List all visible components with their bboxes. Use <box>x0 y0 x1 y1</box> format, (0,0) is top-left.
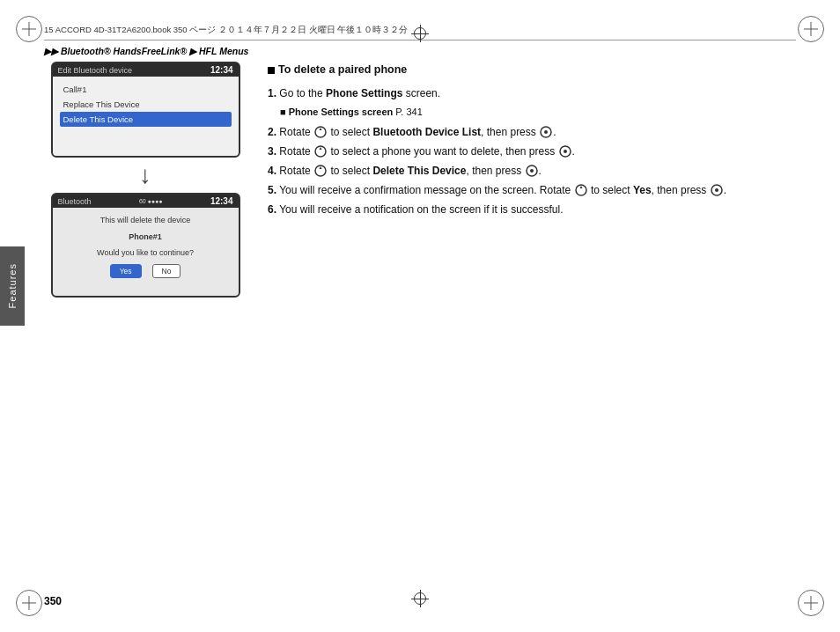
main-content: Edit Bluetooth device 12:34 Call#1 Repla… <box>44 62 796 588</box>
step-3: 3. Rotate to select a phone you want to … <box>268 143 796 159</box>
reg-mark-tr <box>798 16 824 42</box>
step-6-num: 6. <box>268 203 276 216</box>
knob-icon-5a <box>575 184 587 196</box>
top-cross-icon <box>411 25 429 42</box>
step-5-bold: Yes <box>633 184 652 196</box>
screen1-topbar: Edit Bluetooth device 12:34 <box>53 63 239 77</box>
reg-mark-tl <box>16 16 42 42</box>
knob-icon-5b <box>711 184 723 196</box>
menu-item-1: Call#1 <box>60 82 232 97</box>
dialog-line3: Would you like to continue? <box>60 247 232 259</box>
knob-icon-3b <box>559 145 571 158</box>
menu-item-2: Replace This Device <box>60 97 232 112</box>
step-2: 2. Rotate to select Bluetooth Device Lis… <box>268 124 796 140</box>
screen1-title: Edit Bluetooth device <box>58 66 133 75</box>
top-cross-circle <box>414 27 426 40</box>
step-1-num: 1. <box>268 87 276 99</box>
breadcrumb-sep: ▶ <box>189 46 196 56</box>
step-5: 5. You will receive a confirmation messa… <box>268 182 796 198</box>
dialog-buttons: Yes No <box>60 264 232 278</box>
dialog-no-button: No <box>152 264 181 278</box>
svg-point-5 <box>564 150 567 153</box>
breadcrumb-item2: HFL Menus <box>199 46 248 56</box>
screen2-signal: 60 ●●●● <box>139 198 163 204</box>
step-3-num: 3. <box>268 145 276 158</box>
screen1-time: 12:34 <box>210 65 233 75</box>
cross-center-icon <box>411 590 429 607</box>
knob-icon-2a <box>314 126 327 138</box>
step-1-sub: ■ Phone Settings screen P. 341 <box>280 105 796 120</box>
screen2-body: This will delete the device Phone#1 Woul… <box>53 208 239 296</box>
step-2-bold: Bluetooth Device List <box>372 126 481 138</box>
knob-icon-4b <box>526 165 538 177</box>
sub-label: Phone Settings screen <box>289 107 394 117</box>
top-cross-mark <box>411 25 429 42</box>
step-6: 6. You will receive a notification on th… <box>268 202 796 217</box>
dialog-line2: Phone#1 <box>60 231 232 243</box>
step-5-num: 5. <box>268 184 276 196</box>
step-2-num: 2. <box>268 126 276 138</box>
step-1-bold: Phone Settings <box>326 87 402 99</box>
knob-icon-4a <box>314 165 327 177</box>
step-4-num: 4. <box>268 165 276 177</box>
screen2-title: Bluetooth <box>58 197 92 206</box>
reg-mark-br <box>798 590 824 616</box>
menu-item-3: Delete This Device <box>60 112 232 127</box>
arrow-down-icon: ↓ <box>139 158 151 193</box>
screen1-body: Call#1 Replace This Device Delete This D… <box>53 77 239 156</box>
dialog-yes-button: Yes <box>110 264 142 278</box>
screen2: Bluetooth 60 ●●●● 12:34 This will delete… <box>51 193 240 298</box>
screens-area: Edit Bluetooth device 12:34 Call#1 Repla… <box>44 62 247 588</box>
knob-icon-2b <box>540 126 552 138</box>
step-1: 1. Go to the Phone Settings screen. <box>268 85 796 101</box>
breadcrumb-item1: Bluetooth® HandsFreeLink® <box>61 46 187 56</box>
sub-arrow-icon: ■ <box>280 107 286 117</box>
sidebar-tab-label: Features <box>7 263 18 308</box>
instructions-list: 1. Go to the Phone Settings screen. ■ Ph… <box>268 85 796 217</box>
reg-mark-bl <box>16 590 42 616</box>
screen2-time: 12:34 <box>210 196 233 206</box>
svg-point-2 <box>544 130 548 134</box>
instructions-title: To delete a paired phone <box>268 62 796 78</box>
knob-icon-3a <box>314 145 327 158</box>
bottom-cross-mark <box>411 590 429 607</box>
dialog-line1: This will delete the device <box>60 215 232 226</box>
page-number: 350 <box>44 595 62 607</box>
sidebar-tab: Features <box>0 246 25 326</box>
bullet-square-icon <box>268 67 275 74</box>
step-4-bold: Delete This Device <box>372 165 466 177</box>
screen1: Edit Bluetooth device 12:34 Call#1 Repla… <box>51 62 240 158</box>
step-4: 4. Rotate to select Delete This Device, … <box>268 163 796 179</box>
screen2-topbar: Bluetooth 60 ●●●● 12:34 <box>53 195 239 208</box>
instructions-title-text: To delete a paired phone <box>278 62 407 78</box>
svg-point-11 <box>715 188 718 192</box>
breadcrumb: ▶▶ Bluetooth® HandsFreeLink® ▶ HFL Menus <box>44 46 248 56</box>
breadcrumb-prefix: ▶▶ <box>44 46 58 56</box>
cross-circle <box>414 592 426 605</box>
instructions-area: To delete a paired phone 1. Go to the Ph… <box>268 62 796 588</box>
svg-point-8 <box>530 169 534 173</box>
